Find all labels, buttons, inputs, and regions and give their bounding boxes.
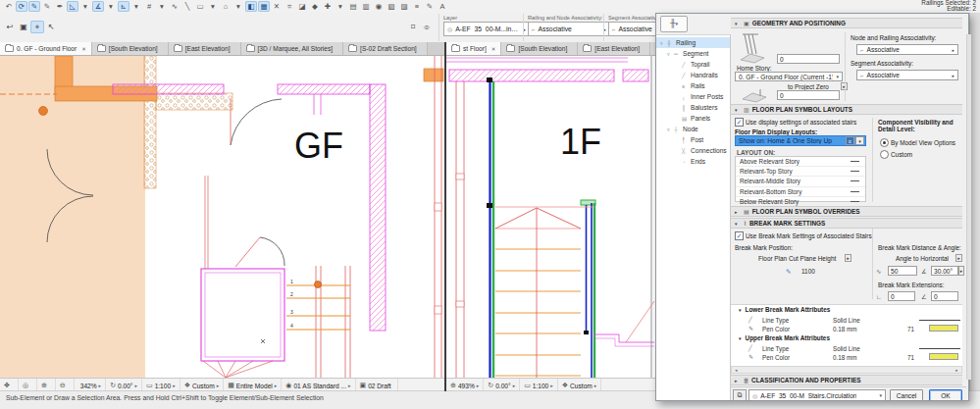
tool-icon[interactable]: ◉ xyxy=(373,1,385,12)
tool-icon[interactable]: ✕ xyxy=(271,1,283,12)
tree-item[interactable]: ▤ Panels xyxy=(656,113,730,124)
close-tab-icon[interactable]: ✕ xyxy=(81,46,86,52)
tree-expander-icon[interactable]: ▿ xyxy=(667,51,672,57)
layout-row[interactable]: Above Relevant Story xyxy=(736,157,865,167)
upper-pen-color-row[interactable]: ✎ Pen Color 0.18 mm 71 xyxy=(731,353,962,362)
tree-expander-icon[interactable]: ▿ xyxy=(667,127,672,132)
by-mvo-radio[interactable] xyxy=(880,138,889,147)
horizontal-scrollbar[interactable]: ◂ ▸ xyxy=(731,366,962,374)
dialog-scrollbar[interactable] xyxy=(966,34,971,380)
lower-line-type-row[interactable]: ╱ Line Type Solid Line xyxy=(731,316,962,325)
tree-item[interactable]: ≡ Rails xyxy=(656,80,730,91)
tool-icon[interactable]: ∡ xyxy=(92,1,104,12)
window-tab[interactable]: [S-02 Draft Section] xyxy=(343,42,428,55)
tool-icon[interactable]: ╲ xyxy=(181,1,193,12)
tool-icon[interactable]: ▾ xyxy=(232,1,244,12)
tool-icon[interactable]: ⊾ xyxy=(118,1,129,12)
cancel-button[interactable]: Cancel xyxy=(890,389,923,400)
tool-icon[interactable]: ▾ xyxy=(156,1,168,12)
break-mark-angle-input[interactable]: 30.00° xyxy=(931,266,958,276)
layout-row[interactable]: Relevant-Bottom Story xyxy=(736,187,865,197)
window-tab[interactable]: [South Elevation] xyxy=(92,42,169,55)
infobox-tool-icon[interactable]: ⌑ xyxy=(406,21,420,33)
tree-item[interactable]: ╿ Post xyxy=(656,134,730,145)
layout-row[interactable]: Relevant-Top Story xyxy=(736,167,865,177)
dialog-layer-select[interactable]: ◎ A-EF_35_00-M_Stairs.Circulation ▾ xyxy=(748,389,886,400)
tool-icon[interactable]: ◆ xyxy=(309,1,321,12)
section-geometry-header[interactable]: ▾ ▣ GEOMETRY AND POSITIONING xyxy=(731,18,962,28)
tool-icon[interactable]: ◧ xyxy=(245,1,257,12)
railing-node-assoc-select[interactable]: ⌐ Associative ▸ xyxy=(528,22,610,36)
extension1-input[interactable]: 0 xyxy=(888,291,915,301)
infobox-tool-icon[interactable]: ⌯ xyxy=(420,21,434,33)
tool-icon[interactable]: ◪ xyxy=(296,1,308,12)
layer-icon-button[interactable]: ⧉ xyxy=(733,389,747,400)
window-tab[interactable]: [East Elevation] xyxy=(169,42,241,55)
pen-color-swatch[interactable] xyxy=(929,325,958,332)
tool-icon[interactable]: ▤ xyxy=(347,1,359,12)
tool-icon[interactable]: ✎ xyxy=(41,1,53,12)
tool-icon[interactable]: ▧ xyxy=(386,1,397,12)
break-mark-distance-input[interactable]: 50 xyxy=(888,266,917,276)
tool-icon[interactable]: # xyxy=(143,1,155,12)
tool-icon[interactable]: ∿ xyxy=(169,1,181,12)
tree-item[interactable]: ║ Balusters xyxy=(656,102,730,113)
window-tab[interactable]: [3D / Marquee, All Stories] xyxy=(241,42,344,55)
tool-icon[interactable]: ▾ xyxy=(207,1,219,12)
section-fps-layouts-header[interactable]: ▾ ▥ FLOOR PLAN SYMBOL LAYOUTS xyxy=(731,104,962,115)
tree-item[interactable]: ▿ ┼ Node xyxy=(656,124,730,134)
tool-icon[interactable]: ↶ xyxy=(3,1,15,12)
layout-row[interactable]: Relevant-Middle Story xyxy=(736,177,865,186)
tree-item[interactable]: ╱ Handrails xyxy=(656,70,730,80)
tool-icon[interactable]: ▾ xyxy=(130,1,142,12)
tree-item[interactable]: ╷ Inner Posts xyxy=(656,91,730,102)
home-story-select[interactable]: 0. GF - Ground Floor (Current -1) ▾ xyxy=(735,72,843,81)
selection-tool-icon[interactable]: ⌖ xyxy=(30,21,44,33)
angle-spinner-button[interactable]: ▸ xyxy=(958,266,964,276)
tool-icon[interactable]: ≡ xyxy=(411,1,423,12)
cut-plane-height-button[interactable]: ▸ xyxy=(845,254,851,262)
use-stair-break-mark-checkbox[interactable]: ✓ xyxy=(735,231,744,240)
lower-break-mark-group-header[interactable]: ▾ Lower Break Mark Attributes xyxy=(731,306,962,313)
tool-icon[interactable]: ✒ xyxy=(54,1,66,12)
tree-item[interactable]: ▿ ═ Segment xyxy=(656,48,730,59)
pen-color-swatch[interactable] xyxy=(929,353,958,360)
elevation-input[interactable]: 0 xyxy=(777,90,840,100)
custom-radio[interactable] xyxy=(880,150,889,159)
scroll-left-icon[interactable]: ◂ xyxy=(733,368,740,373)
favorites-button[interactable]: ╫▾ xyxy=(660,16,688,32)
tool-icon[interactable]: ⌂ xyxy=(220,1,232,12)
layer-select[interactable]: ◎ A-EF_35_00-M...insulation ▸ xyxy=(443,22,530,36)
use-stair-display-checkbox[interactable]: ✓ xyxy=(735,118,744,127)
tree-item[interactable]: ╱ Toprail xyxy=(656,59,730,70)
close-tab-icon[interactable]: ✕ xyxy=(491,46,496,52)
tree-item[interactable]: ╳ Connections xyxy=(656,145,730,156)
tool-icon[interactable]: ✚ xyxy=(322,1,334,12)
tool-icon[interactable]: ▭ xyxy=(194,1,206,12)
layout-list-button[interactable]: ≡ xyxy=(846,136,854,145)
layout-dropdown-button[interactable]: ▾ xyxy=(855,136,864,145)
tree-expander-icon[interactable]: ▿ xyxy=(660,40,665,46)
window-tab[interactable]: 0. GF - Ground Floor ✕ xyxy=(0,42,92,55)
segment-assoc-select2[interactable]: ⌐ Associative ▸ xyxy=(856,70,958,80)
lower-pen-color-row[interactable]: ✎ Pen Color 0.18 mm 71 xyxy=(731,325,962,333)
selection-tool-icon[interactable]: ▣ xyxy=(17,21,30,33)
tool-icon[interactable]: ⌗ xyxy=(284,1,295,12)
tree-item[interactable]: ▿ ╫ Railing xyxy=(656,37,730,48)
window-tab[interactable]: [South Elevation] xyxy=(501,42,578,55)
section-fps-overrides-header[interactable]: ▸ ▤ FLOOR PLAN SYMBOL OVERRIDES xyxy=(731,206,962,217)
tool-icon[interactable]: ▥ xyxy=(360,1,372,12)
tool-icon[interactable]: ✎ xyxy=(424,1,436,12)
ok-button[interactable]: OK xyxy=(929,389,962,400)
angle-to-horizontal-button[interactable]: ▸ xyxy=(955,254,962,262)
offset-input[interactable]: 0 xyxy=(777,54,840,64)
tool-icon[interactable]: ▦ xyxy=(258,1,270,12)
tool-icon[interactable]: ▾ xyxy=(79,1,91,12)
tool-icon[interactable]: ◺ xyxy=(67,1,78,12)
selection-tool-icon[interactable]: ↩ xyxy=(3,21,17,33)
section-break-mark-header[interactable]: ▾ ⌇ BREAK MARK SETTINGS xyxy=(731,218,962,229)
tool-icon[interactable]: ⟳ xyxy=(16,1,27,12)
tool-icon[interactable]: ▾ xyxy=(105,1,117,12)
scroll-right-icon[interactable]: ▸ xyxy=(954,368,960,373)
tool-icon[interactable]: A xyxy=(437,1,448,12)
